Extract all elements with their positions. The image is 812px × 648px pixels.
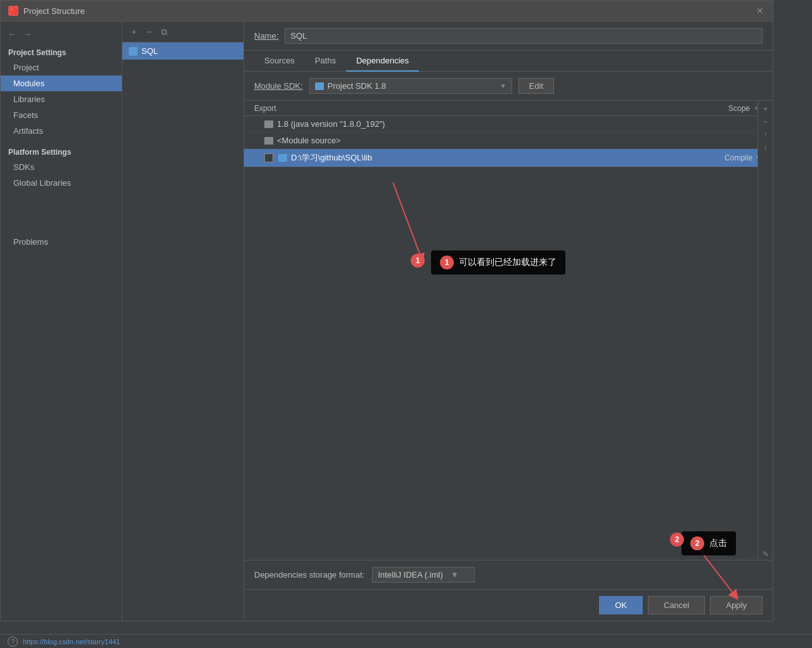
sidebar-item-project-label: Project bbox=[13, 63, 39, 72]
left-panel: ← → Project Settings Project Modules Lib… bbox=[1, 22, 244, 621]
sidebar-item-global-libraries[interactable]: Global Libraries bbox=[1, 175, 122, 191]
deps-sidebar-buttons: + − ↑ ↓ ✎ bbox=[757, 101, 773, 560]
sidebar-item-facets[interactable]: Facets bbox=[1, 107, 122, 123]
deps-scope-col-header: Scope bbox=[686, 104, 750, 113]
platform-settings-header: Platform Settings bbox=[1, 144, 122, 159]
annotation-bubble-1: 1 可以看到已经加载进来了 bbox=[431, 250, 565, 275]
tabs-row: Sources Paths Dependencies bbox=[244, 51, 773, 72]
sdk-select[interactable]: Project SDK 1.8 ▼ bbox=[309, 78, 512, 94]
storage-select[interactable]: IntelliJ IDEA (.iml) ▼ bbox=[372, 567, 474, 583]
storage-dropdown-arrow: ▼ bbox=[451, 570, 459, 580]
sidebar-item-project[interactable]: Project bbox=[1, 60, 122, 75]
app-icon: 🔴 bbox=[8, 6, 18, 16]
sdk-select-inner: Project SDK 1.8 bbox=[315, 81, 387, 91]
deps-add-side-button[interactable]: + bbox=[760, 103, 771, 115]
sidebar-item-global-libraries-label: Global Libraries bbox=[13, 178, 71, 188]
sidebar-item-sdks-label: SDKs bbox=[13, 162, 34, 172]
dep-module-source-name: <Module source> bbox=[277, 136, 699, 145]
title-bar-left: 🔴 Project Structure bbox=[8, 6, 85, 16]
deps-scroll: 1.8 (java version "1.8.0_192") <Module s… bbox=[244, 116, 773, 560]
bubble-1-number: 1 bbox=[440, 256, 454, 269]
dep-row-module-source[interactable]: <Module source> bbox=[244, 133, 773, 149]
deps-header: Export Scope + bbox=[244, 101, 773, 116]
action-buttons-row: OK Cancel Apply bbox=[244, 589, 773, 621]
sidebar-item-problems[interactable]: Problems bbox=[1, 234, 122, 250]
sdk-dropdown-arrow: ▼ bbox=[500, 82, 506, 89]
tab-sources[interactable]: Sources bbox=[254, 51, 305, 72]
module-sql-icon bbox=[129, 47, 138, 56]
sidebar-item-facets-label: Facets bbox=[13, 110, 38, 120]
ok-button[interactable]: OK bbox=[599, 596, 643, 614]
sidebar: ← → Project Settings Project Modules Lib… bbox=[1, 22, 122, 621]
apply-button[interactable]: Apply bbox=[710, 596, 763, 614]
sidebar-divider bbox=[1, 139, 122, 144]
sidebar-item-problems-label: Problems bbox=[13, 237, 48, 247]
deps-edit-side-button[interactable]: ✎ bbox=[760, 548, 771, 560]
sidebar-item-sdks[interactable]: SDKs bbox=[1, 159, 122, 175]
nav-forward-button[interactable]: → bbox=[21, 28, 34, 41]
dep-sql-lib-scope-value: Compile bbox=[725, 153, 752, 162]
remove-module-button[interactable]: − bbox=[143, 25, 155, 38]
tab-sources-label: Sources bbox=[264, 56, 295, 65]
dep-sql-lib-checkbox[interactable] bbox=[264, 153, 273, 162]
storage-label: Dependencies storage format: bbox=[254, 570, 364, 580]
sidebar-item-modules[interactable]: Modules bbox=[1, 75, 122, 91]
sidebar-item-modules-label: Modules bbox=[13, 79, 44, 88]
storage-format-row: Dependencies storage format: IntelliJ ID… bbox=[244, 560, 773, 589]
tab-paths-label: Paths bbox=[315, 56, 336, 65]
sidebar-item-libraries[interactable]: Libraries bbox=[1, 91, 122, 107]
module-item-sql[interactable]: SQL bbox=[122, 42, 243, 60]
help-button[interactable]: ? bbox=[8, 637, 18, 647]
name-label: Name: bbox=[254, 31, 278, 41]
edit-sdk-button[interactable]: Edit bbox=[519, 78, 554, 94]
dep-jdk-icon bbox=[264, 120, 273, 128]
add-module-button[interactable]: + bbox=[127, 25, 140, 38]
module-list-toolbar: + − ⧉ bbox=[122, 22, 243, 42]
copy-module-button[interactable]: ⧉ bbox=[158, 25, 171, 38]
annotation-circle-2: 2 bbox=[670, 533, 684, 547]
module-sql-label: SQL bbox=[141, 46, 158, 56]
dialog-body: ← → Project Settings Project Modules Lib… bbox=[1, 22, 773, 621]
deps-scroll-down-button[interactable]: ↓ bbox=[760, 141, 771, 153]
dep-jdk-name: 1.8 (java version "1.8.0_192") bbox=[277, 119, 699, 129]
annotation-bubble-2: 2 点击 bbox=[681, 531, 736, 555]
sdk-value: Project SDK 1.8 bbox=[328, 81, 387, 91]
dep-sql-lib-icon bbox=[278, 154, 287, 162]
annotation-circle-1: 1 bbox=[411, 254, 425, 268]
sdk-folder-icon bbox=[315, 82, 324, 90]
dep-row-sql-lib[interactable]: D:\学习\github\SQL\lib Compile ▼ bbox=[244, 149, 773, 167]
sidebar-nav-buttons: ← → bbox=[1, 24, 122, 44]
nav-back-button[interactable]: ← bbox=[6, 28, 18, 41]
deps-export-col-header: Export bbox=[254, 104, 686, 113]
project-settings-header: Project Settings bbox=[1, 44, 122, 60]
window-title: Project Structure bbox=[23, 6, 85, 16]
sidebar-item-artifacts[interactable]: Artifacts bbox=[1, 123, 122, 139]
tab-paths[interactable]: Paths bbox=[305, 51, 346, 72]
dialog-window: 🔴 Project Structure ✕ ← → Project Settin… bbox=[0, 0, 773, 621]
storage-value: IntelliJ IDEA (.iml) bbox=[378, 570, 443, 580]
module-list-area: + − ⧉ SQL bbox=[122, 22, 244, 621]
deps-scroll-up-button[interactable]: ↑ bbox=[760, 129, 771, 140]
status-url: https://blog.csdn.net/starry1441 bbox=[23, 638, 120, 645]
dep-row-jdk[interactable]: 1.8 (java version "1.8.0_192") bbox=[244, 116, 773, 133]
bubble-1-text: 可以看到已经加载进来了 bbox=[459, 257, 557, 268]
sidebar-item-artifacts-label: Artifacts bbox=[13, 126, 43, 136]
sdk-label: Module SDK: bbox=[254, 81, 303, 91]
cancel-button[interactable]: Cancel bbox=[648, 596, 705, 614]
tab-dependencies[interactable]: Dependencies bbox=[346, 51, 419, 72]
title-bar: 🔴 Project Structure ✕ bbox=[1, 1, 773, 22]
name-input[interactable] bbox=[285, 28, 763, 44]
bubble-2-text: 点击 bbox=[709, 538, 727, 549]
deps-remove-side-button[interactable]: − bbox=[760, 116, 771, 127]
sidebar-item-libraries-label: Libraries bbox=[13, 94, 45, 104]
dep-module-source-icon bbox=[264, 137, 273, 145]
name-row: Name: bbox=[244, 22, 773, 51]
sdk-row: Module SDK: Project SDK 1.8 ▼ Edit bbox=[244, 72, 773, 101]
status-bar: ? https://blog.csdn.net/starry1441 bbox=[0, 634, 812, 648]
tab-dependencies-label: Dependencies bbox=[356, 56, 409, 65]
sidebar-divider-2 bbox=[1, 191, 122, 196]
deps-table-container: Export Scope + 1.8 (java version "1.8.0_… bbox=[244, 101, 773, 560]
dep-sql-lib-scope[interactable]: Compile ▼ bbox=[699, 153, 763, 162]
dep-sql-lib-name: D:\学习\github\SQL\lib bbox=[291, 152, 699, 164]
close-button[interactable]: ✕ bbox=[755, 6, 765, 16]
